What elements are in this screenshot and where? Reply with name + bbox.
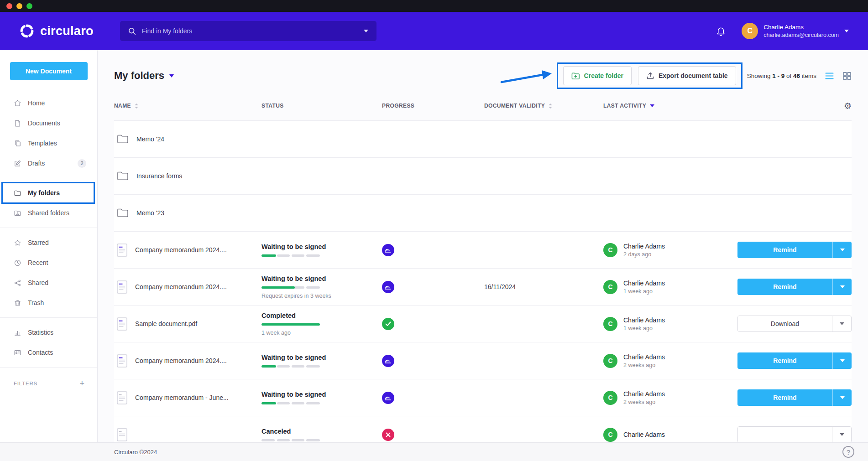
column-label: STATUS xyxy=(261,103,284,109)
window-titlebar xyxy=(0,0,868,12)
chevron-down-icon xyxy=(840,433,844,436)
document-name[interactable]: Company memorandum 2024.... xyxy=(135,246,227,254)
window-close-button[interactable] xyxy=(6,3,12,9)
progress-bar xyxy=(261,402,320,404)
column-header-last-activity[interactable]: LAST ACTIVITY xyxy=(603,103,737,109)
app-header: circularo C Charlie Adams charlie.adams@… xyxy=(0,12,868,50)
sidebar-item-recent[interactable]: Recent xyxy=(0,253,97,273)
document-name[interactable]: Company memorandum 2024.... xyxy=(135,283,227,290)
sidebar-item-trash[interactable]: Trash xyxy=(0,293,97,313)
last-activity-actor: Charlie Adams xyxy=(623,353,665,361)
user-menu[interactable]: C Charlie Adams charlie.adams@circularo.… xyxy=(742,23,849,39)
document-thumbnail-icon xyxy=(117,317,127,331)
sidebar-item-label: Home xyxy=(28,99,45,107)
download-button[interactable]: Download xyxy=(738,316,832,332)
table-row-folder[interactable]: Insurance forms xyxy=(114,158,852,195)
column-header-progress[interactable]: PROGRESS xyxy=(382,103,484,109)
sidebar-item-home[interactable]: Home xyxy=(0,93,97,113)
sidebar-divider xyxy=(0,178,97,178)
sidebar-item-my-folders[interactable]: My folders xyxy=(0,183,97,203)
sidebar-item-label: Documents xyxy=(28,119,60,127)
action-dropdown-button[interactable] xyxy=(832,352,852,369)
table-row-document[interactable]: Company memorandum - June... Waiting to … xyxy=(114,379,852,416)
app-logo[interactable]: circularo xyxy=(19,23,94,39)
action-dropdown-button[interactable] xyxy=(832,279,852,295)
remind-button[interactable]: Remind xyxy=(737,389,832,406)
sidebar-item-shared[interactable]: Shared xyxy=(0,273,97,293)
remind-button[interactable]: Remind xyxy=(737,242,832,258)
avatar: C xyxy=(603,280,617,294)
column-header-name[interactable]: NAME xyxy=(114,103,261,109)
column-header-document-validity[interactable]: DOCUMENT VALIDITY xyxy=(484,103,603,109)
sidebar-item-starred[interactable]: Starred xyxy=(0,233,97,253)
progress-bar xyxy=(261,439,320,441)
new-document-button[interactable]: New Document xyxy=(10,62,88,80)
user-name: Charlie Adams xyxy=(763,23,839,31)
sidebar-item-contacts[interactable]: Contacts xyxy=(0,342,97,363)
status-text: Canceled xyxy=(261,428,382,435)
sidebar-item-templates[interactable]: Templates xyxy=(0,133,97,153)
folder-name[interactable]: Memo '24 xyxy=(136,135,164,143)
column-label: PROGRESS xyxy=(382,103,414,109)
chevron-down-icon xyxy=(840,359,845,362)
bell-icon xyxy=(716,26,726,36)
drafts-count-badge: 2 xyxy=(78,159,86,168)
action-dropdown-button[interactable] xyxy=(832,242,852,258)
status-text: Completed xyxy=(261,312,382,319)
add-filter-button[interactable]: + xyxy=(79,379,84,388)
copyright-text: Circularo ©2024 xyxy=(114,449,157,456)
app-logo-text: circularo xyxy=(40,24,94,38)
document-name[interactable]: Sample document.pdf xyxy=(135,320,197,327)
table-row-document[interactable]: Company memorandum 2024.... Waiting to b… xyxy=(114,232,852,269)
action-dropdown-button[interactable] xyxy=(832,316,851,332)
sidebar-item-documents[interactable]: Documents xyxy=(0,113,97,133)
last-activity-time: 2 weeks ago xyxy=(623,362,665,368)
chevron-down-icon xyxy=(840,322,844,325)
document-name[interactable]: Company memorandum 2024.... xyxy=(135,357,227,364)
search-scope-chevron-down-icon[interactable] xyxy=(364,30,368,32)
table-header: NAME STATUS PROGRESS DOCUMENT VALIDITY L… xyxy=(114,96,852,116)
column-label: LAST ACTIVITY xyxy=(603,103,646,109)
window-zoom-button[interactable] xyxy=(26,3,32,9)
column-header-status[interactable]: STATUS xyxy=(261,103,382,109)
filters-label: FILTERS xyxy=(14,381,37,386)
action-dropdown-button[interactable] xyxy=(832,389,852,406)
folder-name[interactable]: Insurance forms xyxy=(136,172,182,180)
sidebar-item-drafts[interactable]: Drafts 2 xyxy=(0,153,97,173)
export-document-table-button[interactable]: Export document table xyxy=(638,66,736,85)
sidebar-item-label: Trash xyxy=(28,299,44,306)
chevron-down-icon xyxy=(840,249,845,251)
list-view-button[interactable] xyxy=(825,72,834,80)
document-name[interactable]: Company memorandum - June... xyxy=(135,394,229,401)
contacts-card-icon xyxy=(14,349,21,357)
remind-button[interactable]: Remind xyxy=(737,279,832,295)
table-settings-gear-icon[interactable]: ⚙ xyxy=(844,102,852,110)
last-activity-time: 2 days ago xyxy=(623,251,665,258)
sidebar-item-statistics[interactable]: Statistics xyxy=(0,322,97,342)
action-dropdown-button[interactable] xyxy=(832,427,851,442)
table-row-document[interactable]: Company memorandum 2024.... Waiting to b… xyxy=(114,269,852,306)
table-row-document[interactable]: Company memorandum 2024.... Waiting to b… xyxy=(114,342,852,379)
table-row-folder[interactable]: Memo '23 xyxy=(114,195,852,232)
avatar: C xyxy=(603,243,617,257)
help-button[interactable]: ? xyxy=(842,446,854,458)
folder-icon xyxy=(117,171,129,181)
sidebar-item-shared-folders[interactable]: Shared folders xyxy=(0,203,97,223)
action-button[interactable] xyxy=(738,427,832,442)
chevron-down-icon xyxy=(840,285,845,288)
notifications-button[interactable] xyxy=(716,26,726,36)
avatar: C xyxy=(603,354,617,368)
table-row-document[interactable]: Sample document.pdf Completed 1 week ago… xyxy=(114,306,852,342)
table-row-folder[interactable]: Memo '24 xyxy=(114,121,852,158)
shared-folder-icon xyxy=(14,209,21,217)
create-folder-button[interactable]: Create folder xyxy=(563,66,632,85)
search-input[interactable] xyxy=(142,27,358,35)
window-minimize-button[interactable] xyxy=(16,3,22,9)
page-title[interactable]: My folders xyxy=(114,70,174,82)
grid-view-button[interactable] xyxy=(842,72,852,80)
document-thumbnail-icon xyxy=(117,428,127,441)
global-search xyxy=(120,21,376,41)
folder-name[interactable]: Memo '23 xyxy=(136,209,164,217)
remind-button[interactable]: Remind xyxy=(737,352,832,369)
avatar: C xyxy=(603,317,617,331)
